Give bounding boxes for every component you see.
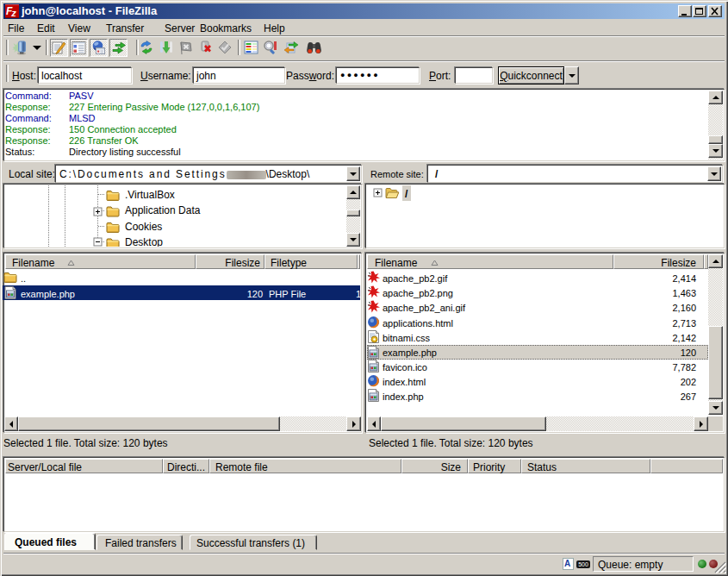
svg-text:Desktop: Desktop: [125, 236, 163, 247]
svg-text:.VirtualBox: .VirtualBox: [125, 189, 175, 201]
svg-text:z: z: [10, 8, 16, 18]
svg-text:Cookies: Cookies: [125, 221, 162, 233]
svg-text:Application Data: Application Data: [125, 204, 201, 216]
